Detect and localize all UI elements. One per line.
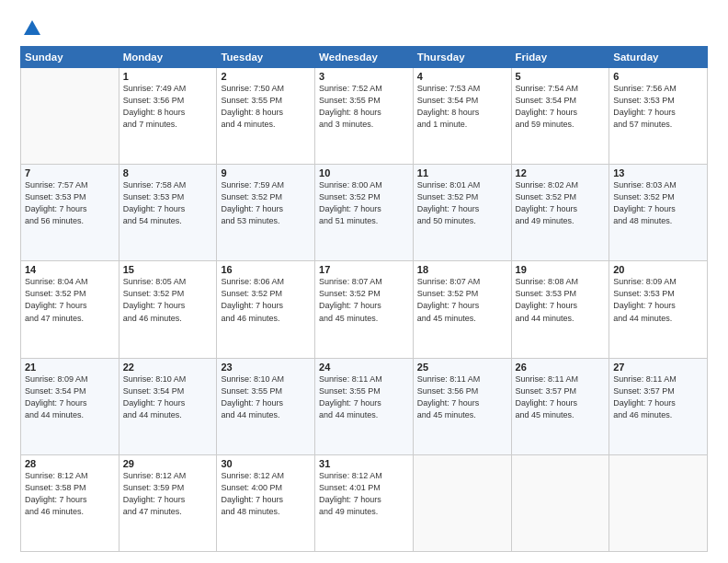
calendar-cell: 17Sunrise: 8:07 AM Sunset: 3:52 PM Dayli… <box>315 261 414 358</box>
day-info: Sunrise: 8:11 AM Sunset: 3:56 PM Dayligh… <box>417 373 507 421</box>
day-info: Sunrise: 8:05 AM Sunset: 3:52 PM Dayligh… <box>123 276 213 324</box>
day-number: 3 <box>319 71 409 82</box>
calendar-header-saturday: Saturday <box>609 47 708 68</box>
calendar-cell: 1Sunrise: 7:49 AM Sunset: 3:56 PM Daylig… <box>119 68 217 165</box>
day-info: Sunrise: 8:12 AM Sunset: 4:00 PM Dayligh… <box>221 470 311 518</box>
day-number: 15 <box>123 264 213 275</box>
day-info: Sunrise: 8:07 AM Sunset: 3:52 PM Dayligh… <box>319 276 409 324</box>
day-number: 28 <box>25 458 115 469</box>
calendar-week-row: 1Sunrise: 7:49 AM Sunset: 3:56 PM Daylig… <box>21 68 708 165</box>
day-info: Sunrise: 8:11 AM Sunset: 3:57 PM Dayligh… <box>613 373 703 421</box>
calendar-cell: 25Sunrise: 8:11 AM Sunset: 3:56 PM Dayli… <box>413 358 511 454</box>
day-number: 7 <box>25 167 115 178</box>
calendar-header-tuesday: Tuesday <box>217 47 315 68</box>
day-info: Sunrise: 8:02 AM Sunset: 3:52 PM Dayligh… <box>516 179 606 227</box>
calendar-header-friday: Friday <box>511 47 609 68</box>
day-number: 29 <box>123 458 213 469</box>
day-info: Sunrise: 8:00 AM Sunset: 3:52 PM Dayligh… <box>319 179 409 227</box>
calendar-cell: 4Sunrise: 7:53 AM Sunset: 3:54 PM Daylig… <box>413 68 511 165</box>
calendar-cell: 27Sunrise: 8:11 AM Sunset: 3:57 PM Dayli… <box>609 358 708 454</box>
day-info: Sunrise: 8:12 AM Sunset: 4:01 PM Dayligh… <box>319 470 409 518</box>
calendar-cell: 28Sunrise: 8:12 AM Sunset: 3:58 PM Dayli… <box>21 454 119 551</box>
calendar-header-thursday: Thursday <box>413 47 511 68</box>
day-number: 16 <box>221 264 311 275</box>
day-info: Sunrise: 8:10 AM Sunset: 3:55 PM Dayligh… <box>221 373 311 421</box>
calendar-cell: 16Sunrise: 8:06 AM Sunset: 3:52 PM Dayli… <box>217 261 315 358</box>
calendar-week-row: 28Sunrise: 8:12 AM Sunset: 3:58 PM Dayli… <box>21 454 708 551</box>
calendar-cell: 3Sunrise: 7:52 AM Sunset: 3:55 PM Daylig… <box>315 68 414 165</box>
day-number: 2 <box>221 71 311 82</box>
calendar-cell: 2Sunrise: 7:50 AM Sunset: 3:55 PM Daylig… <box>217 68 315 165</box>
day-number: 11 <box>417 167 507 178</box>
calendar-cell: 22Sunrise: 8:10 AM Sunset: 3:54 PM Dayli… <box>119 358 217 454</box>
calendar-cell: 7Sunrise: 7:57 AM Sunset: 3:53 PM Daylig… <box>21 165 119 261</box>
day-number: 14 <box>25 264 115 275</box>
header <box>20 17 708 39</box>
day-info: Sunrise: 7:50 AM Sunset: 3:55 PM Dayligh… <box>221 83 311 131</box>
day-number: 5 <box>516 71 606 82</box>
day-info: Sunrise: 7:53 AM Sunset: 3:54 PM Dayligh… <box>417 83 507 131</box>
calendar-cell: 19Sunrise: 8:08 AM Sunset: 3:53 PM Dayli… <box>511 261 609 358</box>
day-info: Sunrise: 7:58 AM Sunset: 3:53 PM Dayligh… <box>123 179 213 227</box>
day-number: 30 <box>221 458 311 469</box>
logo-icon <box>22 18 42 39</box>
calendar-cell: 20Sunrise: 8:09 AM Sunset: 3:53 PM Dayli… <box>609 261 708 358</box>
calendar-cell <box>609 454 708 551</box>
day-info: Sunrise: 8:12 AM Sunset: 3:59 PM Dayligh… <box>123 470 213 518</box>
day-number: 1 <box>123 71 213 82</box>
day-number: 18 <box>417 264 507 275</box>
day-number: 23 <box>221 362 311 373</box>
calendar-cell: 23Sunrise: 8:10 AM Sunset: 3:55 PM Dayli… <box>217 358 315 454</box>
calendar-cell: 21Sunrise: 8:09 AM Sunset: 3:54 PM Dayli… <box>21 358 119 454</box>
calendar-cell: 13Sunrise: 8:03 AM Sunset: 3:52 PM Dayli… <box>609 165 708 261</box>
calendar-cell: 12Sunrise: 8:02 AM Sunset: 3:52 PM Dayli… <box>511 165 609 261</box>
calendar-cell: 18Sunrise: 8:07 AM Sunset: 3:52 PM Dayli… <box>413 261 511 358</box>
day-info: Sunrise: 8:07 AM Sunset: 3:52 PM Dayligh… <box>417 276 507 324</box>
day-number: 31 <box>319 458 409 469</box>
day-info: Sunrise: 7:54 AM Sunset: 3:54 PM Dayligh… <box>516 83 606 131</box>
day-number: 19 <box>516 264 606 275</box>
calendar-cell: 9Sunrise: 7:59 AM Sunset: 3:52 PM Daylig… <box>217 165 315 261</box>
calendar-cell: 11Sunrise: 8:01 AM Sunset: 3:52 PM Dayli… <box>413 165 511 261</box>
calendar-cell: 24Sunrise: 8:11 AM Sunset: 3:55 PM Dayli… <box>315 358 414 454</box>
day-number: 22 <box>123 362 213 373</box>
day-number: 21 <box>25 362 115 373</box>
day-info: Sunrise: 7:52 AM Sunset: 3:55 PM Dayligh… <box>319 83 409 131</box>
calendar-header-monday: Monday <box>119 47 217 68</box>
day-info: Sunrise: 8:12 AM Sunset: 3:58 PM Dayligh… <box>25 470 115 518</box>
day-info: Sunrise: 8:01 AM Sunset: 3:52 PM Dayligh… <box>417 179 507 227</box>
calendar-header-row: SundayMondayTuesdayWednesdayThursdayFrid… <box>21 47 708 68</box>
logo-wordmark <box>20 20 42 39</box>
page: SundayMondayTuesdayWednesdayThursdayFrid… <box>0 0 728 563</box>
day-number: 4 <box>417 71 507 82</box>
day-number: 13 <box>613 167 703 178</box>
calendar-cell: 8Sunrise: 7:58 AM Sunset: 3:53 PM Daylig… <box>119 165 217 261</box>
calendar-header-wednesday: Wednesday <box>315 47 414 68</box>
calendar-table: SundayMondayTuesdayWednesdayThursdayFrid… <box>20 46 708 552</box>
calendar-week-row: 7Sunrise: 7:57 AM Sunset: 3:53 PM Daylig… <box>21 165 708 261</box>
day-info: Sunrise: 7:49 AM Sunset: 3:56 PM Dayligh… <box>123 83 213 131</box>
day-number: 10 <box>319 167 409 178</box>
day-number: 6 <box>613 71 703 82</box>
day-number: 26 <box>516 362 606 373</box>
calendar-week-row: 21Sunrise: 8:09 AM Sunset: 3:54 PM Dayli… <box>21 358 708 454</box>
day-info: Sunrise: 8:08 AM Sunset: 3:53 PM Dayligh… <box>516 276 606 324</box>
calendar-cell: 5Sunrise: 7:54 AM Sunset: 3:54 PM Daylig… <box>511 68 609 165</box>
calendar-cell: 14Sunrise: 8:04 AM Sunset: 3:52 PM Dayli… <box>21 261 119 358</box>
day-number: 27 <box>613 362 703 373</box>
day-info: Sunrise: 7:59 AM Sunset: 3:52 PM Dayligh… <box>221 179 311 227</box>
day-info: Sunrise: 8:11 AM Sunset: 3:57 PM Dayligh… <box>516 373 606 421</box>
calendar-cell: 31Sunrise: 8:12 AM Sunset: 4:01 PM Dayli… <box>315 454 414 551</box>
logo <box>20 20 42 39</box>
day-info: Sunrise: 8:06 AM Sunset: 3:52 PM Dayligh… <box>221 276 311 324</box>
calendar-cell: 30Sunrise: 8:12 AM Sunset: 4:00 PM Dayli… <box>217 454 315 551</box>
day-info: Sunrise: 8:10 AM Sunset: 3:54 PM Dayligh… <box>123 373 213 421</box>
calendar-cell: 29Sunrise: 8:12 AM Sunset: 3:59 PM Dayli… <box>119 454 217 551</box>
calendar-cell <box>413 454 511 551</box>
day-info: Sunrise: 8:11 AM Sunset: 3:55 PM Dayligh… <box>319 373 409 421</box>
day-number: 17 <box>319 264 409 275</box>
calendar-cell: 10Sunrise: 8:00 AM Sunset: 3:52 PM Dayli… <box>315 165 414 261</box>
day-info: Sunrise: 7:57 AM Sunset: 3:53 PM Dayligh… <box>25 179 115 227</box>
calendar-cell <box>511 454 609 551</box>
day-number: 8 <box>123 167 213 178</box>
